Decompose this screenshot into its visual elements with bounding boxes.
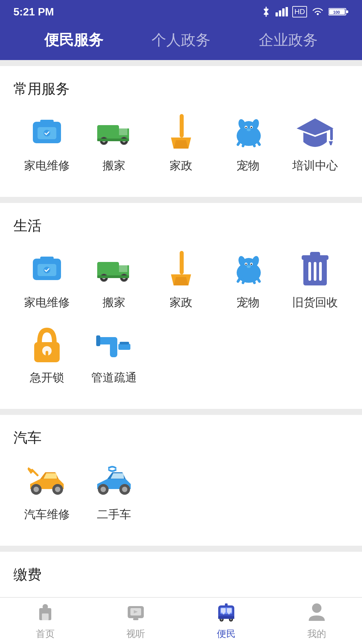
svg-point-25	[245, 127, 247, 128]
svg-rect-18	[180, 114, 184, 138]
svg-point-48	[247, 265, 251, 268]
svg-rect-62	[120, 342, 129, 344]
truck2-icon	[94, 249, 134, 289]
nav-mine-label: 我的	[307, 628, 326, 640]
svg-point-66	[55, 487, 60, 492]
item-car-repair[interactable]: 汽车维修	[13, 461, 80, 522]
svg-rect-88	[227, 608, 232, 613]
home-nav-icon	[33, 600, 57, 624]
item-locksmith[interactable]: 急开锁	[13, 324, 80, 385]
svg-rect-86	[218, 616, 234, 619]
bluetooth-icon	[261, 6, 272, 17]
status-icons: HD 100	[261, 6, 349, 17]
car-grid: 汽车维修	[13, 461, 349, 536]
svg-point-90	[223, 612, 225, 614]
svg-point-46	[245, 264, 247, 265]
svg-rect-12	[97, 125, 119, 140]
section-life: 生活 家电维修	[0, 203, 362, 409]
divider-3	[0, 546, 362, 552]
item-plumbing[interactable]: 管道疏通	[80, 324, 147, 385]
svg-rect-2	[282, 8, 285, 16]
recycling-label: 旧货回收	[292, 295, 338, 310]
header-tabs: 便民服务 个人政务 企业政务	[0, 23, 362, 60]
top-divider	[0, 60, 362, 66]
moving2-label: 搬家	[103, 295, 125, 310]
truck-icon	[94, 112, 134, 152]
pet2-label: 宠物	[237, 295, 259, 310]
status-bar: 5:21 PM HD 100	[0, 0, 362, 23]
svg-rect-33	[97, 262, 119, 277]
item-appliance-repair2[interactable]: 家电维修	[13, 249, 80, 310]
training-label: 培训中心	[292, 158, 338, 173]
common-services-grid: 家电维修 搬家	[13, 112, 349, 187]
svg-rect-17	[97, 139, 129, 141]
svg-rect-87	[221, 608, 226, 613]
graduation-icon	[295, 112, 335, 152]
svg-point-47	[251, 264, 252, 265]
divider-1	[0, 197, 362, 203]
section-car: 汽车	[0, 415, 362, 546]
item-recycling[interactable]: 旧货回收	[282, 249, 349, 310]
tab-personal[interactable]: 个人政务	[145, 30, 217, 50]
item-housekeeping2[interactable]: 家政	[147, 249, 215, 310]
broom2-icon	[161, 249, 201, 289]
svg-rect-57	[46, 351, 48, 356]
battery-icon: 100	[328, 6, 349, 17]
svg-rect-59	[110, 337, 117, 357]
lock-icon	[27, 324, 67, 364]
convenience-nav-icon	[214, 600, 238, 624]
nav-media-label: 视听	[126, 628, 145, 640]
nav-mine[interactable]: 我的	[305, 600, 329, 640]
svg-rect-51	[310, 252, 320, 257]
item-housekeeping[interactable]: 家政	[147, 112, 215, 173]
car-title: 汽车	[13, 428, 349, 447]
nav-home-label: 首页	[36, 628, 55, 640]
housekeeping2-label: 家政	[170, 295, 192, 310]
svg-point-26	[251, 127, 252, 128]
nav-media[interactable]: 视听	[124, 600, 148, 640]
svg-rect-1	[279, 10, 281, 16]
locksmith-label: 急开锁	[30, 370, 64, 385]
item-moving[interactable]: 搬家	[80, 112, 147, 173]
housekeeping-label: 家政	[170, 158, 192, 173]
section-common-services: 常用服务 家电维修	[0, 66, 362, 197]
hd-badge: HD	[292, 6, 307, 17]
svg-rect-60	[96, 335, 100, 346]
appliance2-label: 家电维修	[24, 295, 70, 310]
svg-point-68	[101, 487, 106, 492]
svg-rect-3	[286, 7, 288, 16]
bottom-nav: 首页 视听	[0, 597, 362, 644]
used-car-label: 二手车	[97, 507, 131, 522]
svg-rect-39	[180, 251, 184, 274]
item-pet2[interactable]: 宠物	[215, 249, 282, 310]
trash-icon	[295, 249, 335, 289]
item-used-car[interactable]: 二手车	[80, 461, 147, 522]
item-moving2[interactable]: 搬家	[80, 249, 147, 310]
appliance-icon	[27, 112, 67, 152]
item-pet[interactable]: 宠物	[215, 112, 282, 173]
svg-rect-53	[314, 262, 316, 281]
nav-home[interactable]: 首页	[33, 600, 57, 640]
common-services-title: 常用服务	[13, 79, 349, 98]
car-repair-label: 汽车维修	[24, 507, 70, 522]
used-car-icon	[94, 461, 134, 501]
svg-rect-6	[346, 10, 348, 13]
car-repair-icon	[27, 461, 67, 501]
status-time: 5:21 PM	[13, 6, 54, 18]
tab-convenience[interactable]: 便民服务	[38, 30, 110, 50]
tab-enterprise[interactable]: 企业政务	[252, 30, 324, 50]
moving-label: 搬家	[103, 158, 125, 173]
nav-convenience[interactable]: 便民	[214, 600, 238, 640]
item-training[interactable]: 培训中心	[282, 112, 349, 173]
svg-rect-89	[225, 603, 228, 606]
svg-point-92	[312, 603, 321, 613]
svg-rect-52	[308, 262, 311, 281]
item-appliance-repair[interactable]: 家电维修	[13, 112, 80, 173]
svg-rect-54	[319, 262, 322, 281]
appliance-label: 家电维修	[24, 158, 70, 173]
payment-title: 缴费	[13, 565, 349, 584]
life-title: 生活	[13, 216, 349, 235]
svg-rect-61	[118, 344, 130, 350]
svg-rect-0	[276, 12, 278, 16]
wifi-icon	[311, 6, 324, 17]
